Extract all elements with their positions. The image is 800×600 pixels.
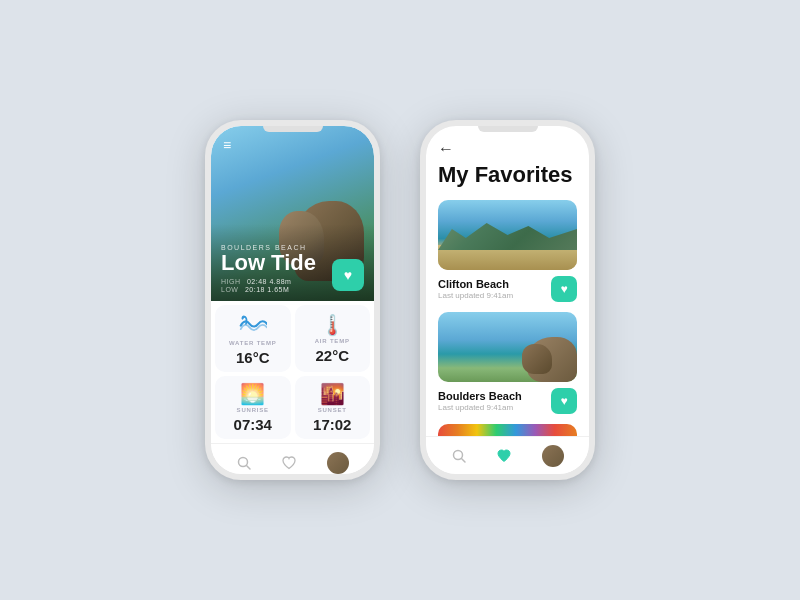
back-button[interactable]: ← [438, 140, 577, 158]
sunset-value: 17:02 [313, 416, 351, 433]
high-value: 02:48 4.88m [247, 278, 291, 285]
thermometer-icon: 🌡️ [320, 315, 345, 335]
hero-favorite-button[interactable]: ♥ [332, 259, 364, 291]
right-profile-nav-icon[interactable] [542, 445, 564, 467]
list-item [438, 424, 577, 436]
sunset-card: 🌇 SUNSET 17:02 [295, 376, 371, 439]
water-temp-card: WATER TEMP 16°C [215, 305, 291, 372]
clifton-name: Clifton Beach [438, 278, 513, 290]
sunset-icon: 🌇 [320, 384, 345, 404]
menu-icon[interactable]: ≡ [223, 138, 231, 152]
low-label: LOW [221, 286, 238, 293]
right-heart-nav-icon[interactable] [496, 448, 512, 464]
boulders-name: Boulders Beach [438, 390, 522, 402]
low-value: 20:18 1.65M [245, 286, 289, 293]
clifton-info-row: Clifton Beach Last updated 9:41am ♥ [438, 276, 577, 302]
air-temp-card: 🌡️ AIR TEMP 22°C [295, 305, 371, 372]
hero-section: ≡ BOULDERS BEACH Low Tide HIGH 02:48 4.8… [211, 126, 374, 301]
sunrise-value: 07:34 [234, 416, 272, 433]
favorites-header: ← My Favorites [426, 126, 589, 194]
heart-nav-icon[interactable] [281, 455, 297, 471]
right-search-nav-icon[interactable] [451, 448, 467, 464]
svg-line-1 [246, 465, 250, 469]
page-title: My Favorites [438, 162, 577, 188]
water-temp-value: 16°C [236, 349, 270, 366]
sunset-label: SUNSET [318, 407, 347, 413]
clifton-favorite-button[interactable]: ♥ [551, 276, 577, 302]
boulders-updated: Last updated 9:41am [438, 403, 522, 412]
boulders-favorite-button[interactable]: ♥ [551, 388, 577, 414]
boulders-info-row: Boulders Beach Last updated 9:41am ♥ [438, 388, 577, 414]
profile-nav-icon[interactable] [327, 452, 349, 474]
list-item: Boulders Beach Last updated 9:41am ♥ [438, 312, 577, 414]
boulders-beach-image [438, 312, 577, 382]
water-temp-label: WATER TEMP [229, 340, 277, 346]
svg-line-3 [461, 458, 465, 462]
info-cards-grid: WATER TEMP 16°C 🌡️ AIR TEMP 22°C 🌅 SUNRI… [211, 301, 374, 443]
air-temp-value: 22°C [315, 347, 349, 364]
list-item: Clifton Beach Last updated 9:41am ♥ [438, 200, 577, 302]
high-label: HIGH [221, 278, 241, 285]
colorful-beach-image [438, 424, 577, 436]
search-nav-icon[interactable] [236, 455, 252, 471]
boulders-text: Boulders Beach Last updated 9:41am [438, 390, 522, 412]
air-temp-label: AIR TEMP [315, 338, 350, 344]
avatar [327, 452, 349, 474]
wave-icon [239, 313, 267, 337]
right-phone: ← My Favorites Clifton Beach Last update… [420, 120, 595, 480]
sunrise-icon: 🌅 [240, 384, 265, 404]
left-screen: ≡ BOULDERS BEACH Low Tide HIGH 02:48 4.8… [211, 126, 374, 474]
right-avatar [542, 445, 564, 467]
clifton-updated: Last updated 9:41am [438, 291, 513, 300]
favorites-list: Clifton Beach Last updated 9:41am ♥ Boul… [426, 194, 589, 436]
clifton-beach-image [438, 200, 577, 270]
right-bottom-nav [426, 436, 589, 474]
sunrise-card: 🌅 SUNRISE 07:34 [215, 376, 291, 439]
left-phone: ≡ BOULDERS BEACH Low Tide HIGH 02:48 4.8… [205, 120, 380, 480]
clifton-text: Clifton Beach Last updated 9:41am [438, 278, 513, 300]
sunrise-label: SUNRISE [237, 407, 269, 413]
left-bottom-nav [211, 443, 374, 474]
right-screen: ← My Favorites Clifton Beach Last update… [426, 126, 589, 474]
